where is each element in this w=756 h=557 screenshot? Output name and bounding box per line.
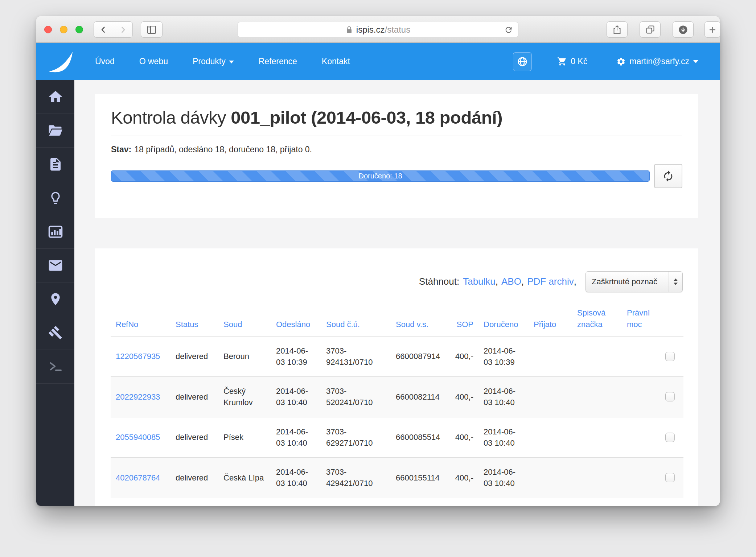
download-row: Stáhnout: Tabulku, ABO, PDF archiv, Zašk… — [111, 270, 683, 293]
terminal-icon — [48, 359, 63, 374]
cart-button[interactable]: 0 Kč — [557, 57, 587, 66]
column-soud-cu[interactable]: Soud č.ú. — [321, 302, 391, 336]
refno-link[interactable]: 4020678764 — [116, 473, 160, 482]
download-link-abo[interactable]: ABO — [501, 276, 521, 287]
caret-down-icon — [229, 61, 234, 63]
url-address-bar[interactable]: ispis.cz/status — [238, 22, 519, 37]
sidebar-item-ideas[interactable] — [36, 181, 74, 215]
page-title: Kontrola dávky 001_pilot (2014-06-03, 18… — [111, 107, 682, 128]
plus-icon — [708, 26, 716, 34]
column-soud-vs[interactable]: Soud v.s. — [391, 302, 448, 336]
home-icon — [48, 89, 63, 105]
bulk-action-select[interactable]: Zaškrtnuté poznač — [586, 271, 683, 292]
sidebar-item-folders[interactable] — [36, 114, 74, 148]
downloads-button[interactable] — [673, 21, 694, 38]
download-icon — [678, 25, 688, 35]
row-checkbox[interactable] — [665, 433, 675, 442]
tab-overview-button[interactable] — [640, 21, 661, 38]
column-pravni-moc[interactable]: Právní moc — [622, 302, 657, 336]
table-row: 2055940085 delivered Písek 2014-06-03 10… — [111, 417, 683, 457]
table-header-row: RefNo Status Soud Odesláno Soud č.ú. Sou… — [111, 302, 683, 336]
main-content: Kontrola dávky 001_pilot (2014-06-03, 18… — [74, 80, 720, 506]
column-prijato[interactable]: Přijato — [529, 302, 572, 336]
download-label: Stáhnout: — [419, 276, 459, 287]
sidebar-item-home[interactable] — [36, 80, 74, 114]
sidebar-item-messages[interactable] — [36, 249, 74, 282]
cart-icon — [557, 57, 567, 66]
nav-item-o-webu[interactable]: O webu — [127, 43, 180, 80]
batch-status-panel: Kontrola dávky 001_pilot (2014-06-03, 18… — [95, 94, 698, 218]
sidebar-item-map[interactable] — [36, 282, 74, 316]
sidebar-panel-icon — [147, 25, 157, 34]
sidebar-item-statistics[interactable] — [36, 215, 74, 249]
refno-link[interactable]: 2055940085 — [116, 433, 160, 442]
sidebar-toggle-button[interactable] — [141, 21, 163, 38]
gavel-icon — [48, 325, 63, 341]
url-path: /status — [385, 25, 410, 35]
column-sop[interactable]: SOP — [448, 302, 478, 336]
gear-icon — [616, 57, 626, 66]
bar-chart-icon — [48, 224, 63, 239]
sidebar-item-documents[interactable] — [36, 148, 74, 181]
sarfy-logo[interactable] — [44, 48, 83, 75]
sidebar-item-court[interactable] — [36, 316, 74, 350]
status-label: Stav: — [111, 145, 131, 154]
close-window-button[interactable] — [44, 26, 52, 33]
delivery-progress: Doručeno: 18 — [111, 170, 650, 182]
url-domain: ispis.cz — [356, 25, 385, 35]
refno-link[interactable]: 1220567935 — [116, 352, 160, 361]
zoom-window-button[interactable] — [75, 26, 83, 33]
tabs-icon — [645, 25, 655, 34]
title-divider — [111, 136, 682, 136]
nav-item-kontakt[interactable]: Kontakt — [309, 43, 362, 80]
browser-titlebar: ispis.cz/status — [36, 16, 720, 43]
table-row: 4020678764 delivered Česká Lípa 2014-06-… — [111, 458, 683, 498]
submissions-table: RefNo Status Soud Odesláno Soud č.ú. Sou… — [111, 302, 683, 498]
nav-item-produkty[interactable]: Produkty — [180, 43, 246, 80]
chevron-left-icon — [99, 25, 108, 34]
app-sidebar — [36, 80, 74, 506]
cart-amount: 0 Kč — [571, 57, 587, 66]
table-row: 2022922933 delivered Český Krumlov 2014-… — [111, 377, 683, 417]
nav-item-reference[interactable]: Reference — [246, 43, 309, 80]
envelope-icon — [48, 257, 63, 273]
row-checkbox[interactable] — [665, 473, 675, 482]
sidebar-item-terminal[interactable] — [36, 350, 74, 384]
submissions-panel: Stáhnout: Tabulku, ABO, PDF archiv, Zašk… — [95, 248, 698, 506]
progress-bar-fill: Doručeno: 18 — [111, 170, 650, 182]
folder-open-icon — [47, 123, 64, 139]
user-menu[interactable]: martin@sarfy.cz — [616, 57, 699, 66]
status-text: 18 případů, odesláno 18, doručeno 18, př… — [134, 145, 312, 154]
column-status[interactable]: Status — [170, 302, 218, 336]
new-tab-button[interactable] — [704, 21, 720, 38]
lightbulb-icon — [48, 191, 63, 205]
share-button[interactable] — [607, 21, 628, 38]
language-globe-button[interactable] — [513, 52, 532, 71]
back-button[interactable] — [94, 21, 113, 38]
forward-button[interactable] — [113, 21, 133, 38]
download-link-tabulku[interactable]: Tabulku — [463, 276, 496, 287]
minimize-window-button[interactable] — [60, 26, 67, 33]
download-link-pdf-archiv[interactable]: PDF archiv — [527, 276, 574, 287]
nav-item-uvod[interactable]: Úvod — [83, 43, 127, 80]
row-checkbox[interactable] — [665, 352, 675, 361]
share-icon — [612, 25, 622, 35]
caret-down-icon — [693, 60, 699, 63]
refresh-status-button[interactable] — [654, 164, 682, 188]
column-refno[interactable]: RefNo — [111, 302, 170, 336]
file-text-icon — [48, 157, 63, 172]
reload-icon[interactable] — [504, 25, 513, 34]
progress-label: Doručeno: 18 — [358, 172, 402, 180]
site-navbar: Úvod O webu Produkty Reference Kontakt — [36, 43, 720, 80]
table-row: 1220567935 delivered Beroun 2014-06-03 1… — [111, 336, 683, 376]
column-spisova-znacka[interactable]: Spisová značka — [572, 302, 622, 336]
column-doruceno[interactable]: Doručeno — [478, 302, 529, 336]
refno-link[interactable]: 2022922933 — [116, 392, 160, 401]
column-odeslano[interactable]: Odesláno — [271, 302, 321, 336]
bulk-action-selected-value: Zaškrtnuté poznač — [586, 277, 669, 286]
row-checkbox[interactable] — [665, 392, 675, 401]
globe-icon — [517, 56, 528, 67]
column-soud[interactable]: Soud — [218, 302, 271, 336]
status-line: Stav:18 případů, odesláno 18, doručeno 1… — [111, 145, 682, 154]
select-stepper-icon — [669, 272, 682, 292]
